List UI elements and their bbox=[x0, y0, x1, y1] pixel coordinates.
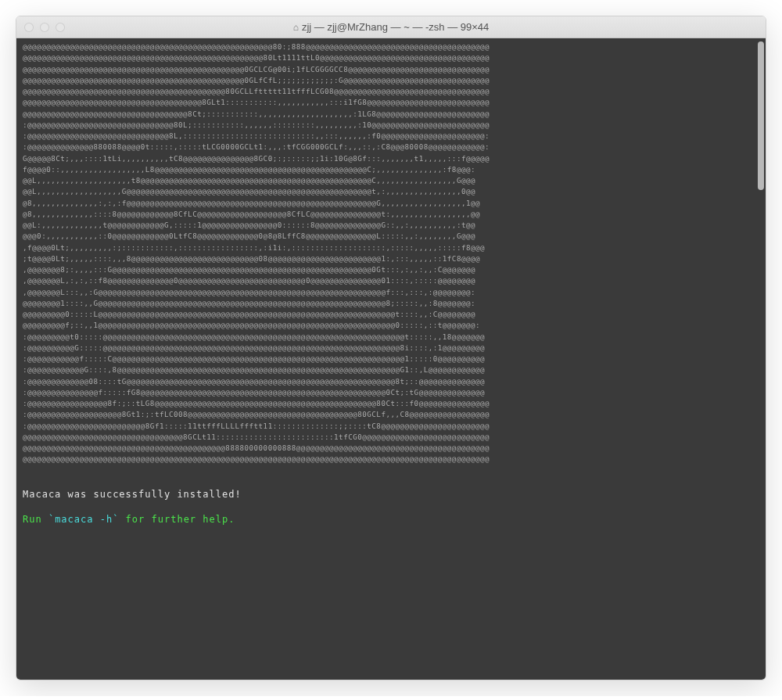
run-prefix: Run bbox=[23, 514, 48, 525]
title-label: zjj — zjj@MrZhang — ~ — -zsh — 99×44 bbox=[302, 21, 489, 33]
ascii-art: @@@@@@@@@@@@@@@@@@@@@@@@@@@@@@@@@@@@@@@@… bbox=[23, 41, 759, 465]
home-icon: ⌂ bbox=[293, 22, 299, 33]
run-command: `macaca -h` bbox=[48, 514, 119, 525]
install-success-message: Macaca was successfully installed! bbox=[23, 487, 759, 502]
run-suffix: for further help. bbox=[119, 514, 235, 525]
titlebar[interactable]: ⌂ zjj — zjj@MrZhang — ~ — -zsh — 99×44 bbox=[16, 16, 766, 38]
maximize-button[interactable] bbox=[56, 23, 65, 32]
scrollbar[interactable] bbox=[758, 41, 764, 190]
close-button[interactable] bbox=[24, 23, 34, 32]
help-hint: Run `macaca -h` for further help. bbox=[23, 512, 759, 527]
traffic-lights bbox=[24, 23, 65, 32]
terminal-window: ⌂ zjj — zjj@MrZhang — ~ — -zsh — 99×44 @… bbox=[16, 16, 766, 680]
minimize-button[interactable] bbox=[40, 23, 49, 32]
window-title: ⌂ zjj — zjj@MrZhang — ~ — -zsh — 99×44 bbox=[293, 21, 490, 33]
terminal-body[interactable]: @@@@@@@@@@@@@@@@@@@@@@@@@@@@@@@@@@@@@@@@… bbox=[16, 38, 766, 680]
